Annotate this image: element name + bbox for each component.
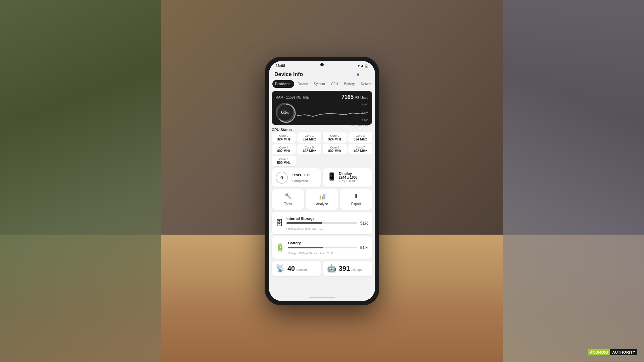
- tab-dashboard[interactable]: Dashboard: [272, 80, 294, 88]
- ram-pct-value: 61%: [281, 110, 289, 115]
- phone-wrapper: 16:08 ▾ ◀ 🔒 Device Info ★ ⋮ Dashboard De…: [265, 57, 379, 305]
- battery-card[interactable]: 🔋 Battery Voltage: 3853mV, Temperature: …: [272, 236, 372, 259]
- star-icon[interactable]: ★: [356, 71, 360, 77]
- display-title: Display: [339, 172, 358, 176]
- tests-title: Tests: [292, 173, 301, 177]
- battery-title: Battery: [288, 241, 301, 245]
- tab-bar: Dashboard Device System CPU Battery Netw…: [269, 80, 375, 88]
- action-row: 🔧 Tools 📊 Analyze ⬇ Export: [272, 189, 372, 210]
- ram-free: 4426 MB Free: [297, 124, 368, 127]
- ram-used-label: MB Used: [355, 96, 368, 100]
- bg-left-panel: [0, 0, 161, 362]
- apps-card[interactable]: 🤖 391 All Apps: [323, 261, 372, 276]
- tools-label: Tools: [284, 202, 292, 206]
- battery-info: Battery Voltage: 3853mV, Temperature: 26…: [288, 240, 357, 255]
- storage-card[interactable]: 🗄 Internal Storage Free: 53.2 GB, Total:…: [272, 212, 372, 234]
- analyze-label: Analyze: [316, 202, 328, 206]
- cpu-status-label: CPU Status: [272, 127, 372, 132]
- apps-label: All Apps: [352, 268, 363, 272]
- analyze-icon: 📊: [308, 192, 335, 200]
- cpu-core-2: Core 2 324 MHz: [323, 132, 347, 143]
- home-indicator: [269, 295, 375, 301]
- tools-button[interactable]: 🔧 Tools: [272, 189, 304, 210]
- ram-percentage-circle: 61%: [276, 103, 294, 122]
- ram-chart: [297, 103, 368, 124]
- tab-device[interactable]: Device: [295, 80, 311, 88]
- tab-system[interactable]: System: [311, 80, 328, 88]
- storage-info: Internal Storage Free: 53.2 GB, Total: 1…: [286, 215, 357, 231]
- cpu-core-0: Core 0 324 MHz: [272, 132, 296, 143]
- battery-bar-wrap: [288, 247, 357, 248]
- bg-right-panel: [503, 0, 644, 362]
- cpu-core-4: Core 4 402 MHz: [272, 144, 296, 155]
- display-resolution: 2244 x 1008: [339, 176, 358, 179]
- ram-used: 7165 MB Used: [341, 94, 368, 100]
- storage-percentage: 51%: [360, 221, 368, 226]
- storage-title: Internal Storage: [286, 217, 315, 221]
- ram-scale-high: 7,400: [362, 103, 368, 106]
- phone-device: 16:08 ▾ ◀ 🔒 Device Info ★ ⋮ Dashboard De…: [265, 57, 379, 305]
- header-icons: ★ ⋮: [356, 71, 370, 77]
- tools-icon: 🔧: [274, 192, 302, 200]
- tests-badge: 0: [276, 172, 288, 184]
- cpu-core-5: Core 5 402 MHz: [297, 144, 321, 155]
- ram-card: RAM - 11591 MB Total 7165 MB Used: [272, 91, 372, 125]
- ram-body: 61% 7,400: [276, 103, 368, 122]
- apps-count: 391: [339, 265, 350, 272]
- tests-completed: Completed: [292, 179, 308, 183]
- status-time: 16:08: [276, 64, 285, 68]
- display-card[interactable]: 📱 Display 2244 x 1008 6.7' | 120 Hz: [323, 168, 372, 187]
- sensors-icon: 📡: [276, 264, 285, 273]
- cpu-core-3: Core 3 324 MHz: [348, 132, 372, 143]
- export-label: Export: [351, 202, 361, 206]
- export-icon: ⬇: [342, 192, 370, 200]
- storage-bar-wrap: [286, 222, 357, 224]
- tab-cpu[interactable]: CPU: [328, 80, 341, 88]
- sensors-card[interactable]: 📡 40 Sensors: [272, 261, 321, 276]
- cpu-core-7: Core 7 402 MHz: [348, 144, 372, 155]
- storage-icon: 🗄: [276, 219, 283, 228]
- camera-notch: [320, 63, 324, 66]
- sensors-apps-row: 📡 40 Sensors 🤖 391 All Apps: [272, 261, 372, 276]
- tab-network[interactable]: Networ: [358, 80, 374, 88]
- sensors-label: Sensors: [297, 268, 308, 272]
- app-title: Device Info: [274, 71, 303, 77]
- app-content: RAM - 11591 MB Total 7165 MB Used: [269, 88, 375, 295]
- analyze-button[interactable]: 📊 Analyze: [306, 189, 338, 210]
- cpu-core-8: Core 8 500 MHz: [272, 156, 296, 166]
- ram-title: RAM - 11591 MB Total: [276, 96, 309, 99]
- battery-sub: Voltage: 3853mV, Temperature: 26 °C: [288, 252, 333, 255]
- watermark: ANDROID AUTHORITY: [588, 349, 637, 355]
- menu-icon[interactable]: ⋮: [364, 71, 370, 77]
- tab-battery[interactable]: Battery: [341, 80, 358, 88]
- sensors-info: 40 Sensors: [287, 265, 308, 272]
- display-icon: 📱: [327, 172, 336, 181]
- cpu-core-6: Core 6 402 MHz: [323, 144, 347, 155]
- app-header: Device Info ★ ⋮: [269, 69, 375, 80]
- status-icons: ▾ ◀ 🔒: [358, 64, 368, 68]
- ram-header: RAM - 11591 MB Total 7165 MB Used: [276, 94, 368, 100]
- tests-card[interactable]: 0 Tests 0 /15 Completed: [272, 168, 321, 187]
- tests-info: Tests 0 /15 Completed: [292, 172, 317, 184]
- apps-info: 391 All Apps: [339, 265, 362, 272]
- tests-display-row: 0 Tests 0 /15 Completed 📱 Display 2244 x…: [272, 168, 372, 187]
- ram-scale-mid: 7,300: [362, 111, 368, 114]
- ram-chart-area: 7,400 7,300 7,200 4426 MB Free: [297, 103, 368, 122]
- cpu-status-section: CPU Status Core 0 324 MHz Core 1 324 MHz: [272, 127, 372, 166]
- battery-bar: [288, 247, 323, 248]
- display-info: Display 2244 x 1008 6.7' | 120 Hz: [339, 172, 358, 183]
- ram-scale: 7,400 7,300 7,200: [362, 103, 368, 122]
- home-bar: [309, 297, 335, 298]
- cpu-grid: Core 0 324 MHz Core 1 324 MHz Core 2 324…: [272, 132, 372, 166]
- watermark-android: ANDROID: [588, 349, 610, 355]
- watermark-authority: AUTHORITY: [610, 349, 637, 355]
- storage-bar: [286, 222, 322, 224]
- export-button[interactable]: ⬇ Export: [340, 189, 372, 210]
- sensors-count: 40: [287, 265, 295, 272]
- storage-sub: Free: 53.2 GB, Total: 109.7 GB: [286, 227, 323, 230]
- ram-scale-low: 7,200: [362, 119, 368, 122]
- display-specs: 6.7' | 120 Hz: [339, 179, 358, 183]
- phone-screen: 16:08 ▾ ◀ 🔒 Device Info ★ ⋮ Dashboard De…: [269, 61, 375, 301]
- tests-detail: 0 /15: [303, 173, 310, 177]
- cpu-core-1: Core 1 324 MHz: [297, 132, 321, 143]
